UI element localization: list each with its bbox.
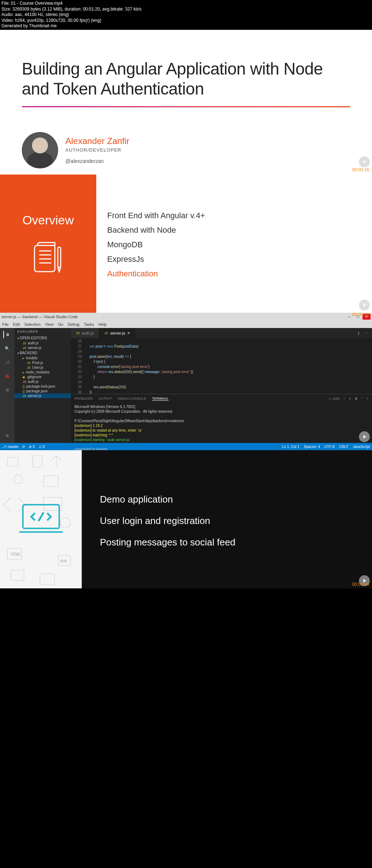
vscode-titlebar[interactable]: server.js — backend — Visual Studio Code… bbox=[0, 313, 372, 321]
meta-generated: Generated by Thumbnail me bbox=[1, 23, 371, 29]
explorer-header: EXPLORER bbox=[15, 328, 71, 335]
file-item[interactable]: JSauth.js bbox=[15, 379, 71, 384]
menu-selection[interactable]: Selection bbox=[24, 322, 41, 327]
add-terminal-icon[interactable]: + bbox=[343, 397, 345, 400]
git-branch[interactable]: ⎇ master bbox=[2, 445, 19, 449]
demo-item: User login and registration bbox=[100, 515, 354, 527]
menu-edit[interactable]: Edit bbox=[13, 322, 20, 327]
overview-list: Front End with Angular v.4+ Backend with… bbox=[96, 175, 372, 313]
split-icon[interactable]: ⫿ bbox=[358, 331, 360, 335]
overview-item: MongoDB bbox=[107, 240, 361, 249]
notes-icon bbox=[30, 238, 66, 275]
demo-left-panel: HTML EXE bbox=[0, 450, 82, 588]
vscode-window: server.js — backend — Visual Studio Code… bbox=[0, 313, 372, 450]
file-item[interactable]: JSUser.js bbox=[15, 365, 71, 370]
overview-slide: Overview Front End with Angular v.4+ Bac… bbox=[0, 175, 372, 313]
svg-text:HTML: HTML bbox=[11, 552, 21, 556]
close-panel-icon[interactable]: × bbox=[367, 397, 368, 400]
line-gutter: 262728293031323334353637383940414243 bbox=[71, 338, 85, 394]
author-avatar bbox=[22, 132, 58, 168]
code-content[interactable]: var post = new Post(postData) post.save(… bbox=[85, 338, 356, 394]
window-title: server.js — backend — Visual Studio Code bbox=[1, 315, 78, 319]
cursor-position[interactable]: Ln 1, Col 1 bbox=[282, 445, 299, 449]
overview-left-panel: Overview bbox=[0, 175, 96, 313]
video-metadata-header: File: 01 - Course Overview.mp4 Size: 326… bbox=[0, 0, 372, 30]
timestamp: 00:00:32 bbox=[352, 312, 369, 317]
minimap[interactable] bbox=[356, 338, 372, 394]
file-item[interactable]: JSserver.js bbox=[15, 345, 71, 350]
sync-icon[interactable]: ⟳ bbox=[22, 445, 25, 449]
file-item[interactable]: ◆.gitignore bbox=[15, 375, 71, 379]
title-slide: Building an Angular Application with Nod… bbox=[0, 30, 372, 107]
menu-tasks[interactable]: Tasks bbox=[84, 322, 94, 327]
debug-icon[interactable]: 🐞 bbox=[4, 372, 11, 380]
editor-tabs: JSauth.js JSserver.js× ⫿⋯ bbox=[71, 328, 372, 338]
vscode-menubar: File Edit Selection View Go Debug Tasks … bbox=[0, 321, 372, 328]
explorer-sidebar: EXPLORER OPEN EDITORS JSauth.js JSserver… bbox=[15, 328, 71, 443]
encoding[interactable]: UTF-8 bbox=[324, 445, 335, 449]
play-icon[interactable] bbox=[359, 156, 370, 167]
close-tab-icon[interactable]: × bbox=[127, 331, 130, 336]
meta-audio: Audio: aac, 44100 Hz, stereo (eng) bbox=[1, 12, 371, 18]
folder-item[interactable]: ▸models bbox=[15, 356, 71, 360]
open-editors-section[interactable]: OPEN EDITORS bbox=[15, 335, 71, 341]
demo-item: Demo application bbox=[100, 494, 354, 505]
editor-tab[interactable]: JSauth.js bbox=[71, 328, 99, 338]
course-title: Building an Angular Application with Nod… bbox=[22, 59, 350, 99]
backend-section[interactable]: BACKEND bbox=[15, 350, 71, 356]
bottom-empty-area bbox=[0, 588, 372, 868]
author-name: Alexander Zanfir bbox=[65, 136, 129, 146]
overview-item: ExpressJs bbox=[107, 255, 361, 264]
menu-help[interactable]: Help bbox=[98, 322, 107, 327]
terminal-panel: PROBLEMS OUTPUT DEBUG CONSOLE TERMINAL 1… bbox=[71, 394, 372, 443]
gear-icon[interactable]: ⚙ bbox=[4, 432, 11, 439]
more-icon[interactable]: ⋯ bbox=[364, 331, 368, 336]
meta-video: Video: h264, yuv420p, 1280x720, 30.00 fp… bbox=[1, 18, 371, 24]
menu-go[interactable]: Go bbox=[58, 322, 64, 327]
eol[interactable]: CRLF bbox=[339, 445, 348, 449]
svg-rect-5 bbox=[7, 457, 18, 466]
timestamp: 00:01:04 bbox=[352, 582, 369, 587]
author-handle: @alexzanderzan bbox=[65, 158, 129, 164]
menu-debug[interactable]: Debug bbox=[68, 322, 79, 327]
file-item[interactable]: JSPost.js bbox=[15, 360, 71, 365]
overview-item-highlight: Authentication bbox=[107, 269, 361, 279]
activity-bar: 🗎 🔍 ⎇ 🐞 ⊞ ⚙ bbox=[0, 328, 15, 443]
code-editor[interactable]: 262728293031323334353637383940414243 var… bbox=[71, 338, 372, 394]
language-mode[interactable]: JavaScript bbox=[353, 445, 370, 449]
errors-count[interactable]: ⊘ 0 bbox=[29, 445, 35, 449]
trash-icon[interactable]: 🗑 bbox=[355, 397, 358, 400]
explorer-icon[interactable]: 🗎 bbox=[3, 331, 11, 338]
demo-list: Demo application User login and registra… bbox=[82, 450, 372, 588]
svg-rect-8 bbox=[44, 476, 58, 487]
file-item-selected[interactable]: JSserver.js bbox=[15, 393, 71, 398]
indentation[interactable]: Spaces: 4 bbox=[304, 445, 320, 449]
extensions-icon[interactable]: ⊞ bbox=[4, 386, 11, 393]
debug-console-tab[interactable]: DEBUG CONSOLE bbox=[118, 397, 146, 400]
maximize-panel-icon[interactable]: ^ bbox=[361, 397, 363, 400]
author-slide: Alexander Zanfir AUTHOR/DEVELOPER @alexz… bbox=[0, 107, 372, 175]
terminal-tab[interactable]: TERMINAL bbox=[152, 397, 169, 401]
overview-title: Overview bbox=[23, 213, 74, 227]
split-terminal-icon[interactable]: ⫿ bbox=[349, 397, 351, 400]
file-item[interactable]: JSauth.js bbox=[15, 341, 71, 345]
demo-item: Posting messages to social feed bbox=[100, 537, 354, 548]
output-tab[interactable]: OUTPUT bbox=[98, 397, 112, 400]
warnings-count[interactable]: ⚠ 0 bbox=[39, 445, 45, 449]
overview-item: Backend with Node bbox=[107, 225, 361, 235]
file-item[interactable]: {}package.json bbox=[15, 389, 71, 393]
svg-rect-6 bbox=[33, 456, 42, 467]
folder-item[interactable]: ▸node_modules bbox=[15, 370, 71, 375]
demo-slide: HTML EXE Demo application User login and… bbox=[0, 450, 372, 588]
terminal-dropdown[interactable]: 1: node bbox=[329, 397, 340, 400]
svg-line-19 bbox=[39, 512, 44, 521]
meta-file: File: 01 - Course Overview.mp4 bbox=[1, 1, 371, 7]
menu-file[interactable]: File bbox=[2, 322, 9, 327]
overview-item: Front End with Angular v.4+ bbox=[107, 211, 361, 220]
search-icon[interactable]: 🔍 bbox=[4, 345, 11, 352]
git-icon[interactable]: ⎇ bbox=[4, 359, 11, 366]
editor-tab-active[interactable]: JSserver.js× bbox=[99, 328, 136, 338]
file-item[interactable]: {}package-lock.json bbox=[15, 384, 71, 389]
menu-view[interactable]: View bbox=[45, 322, 54, 327]
problems-tab[interactable]: PROBLEMS bbox=[74, 397, 93, 400]
